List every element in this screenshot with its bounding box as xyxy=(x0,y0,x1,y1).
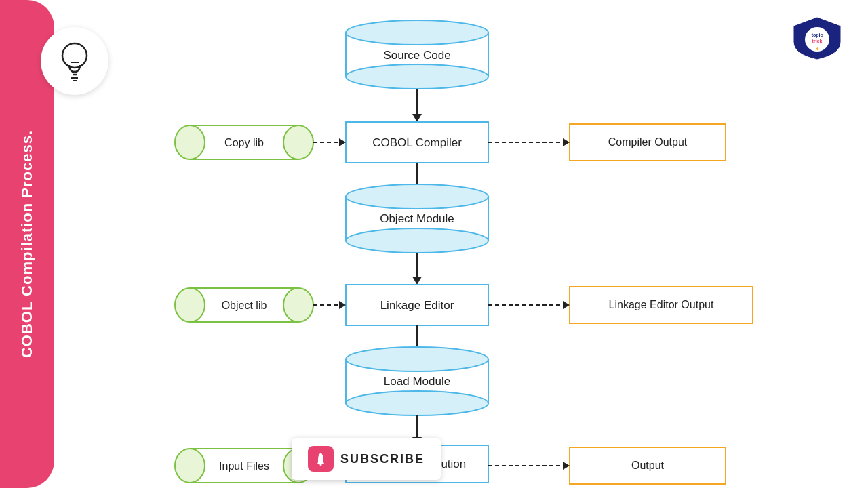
subscribe-button[interactable]: SUBSCRIBE xyxy=(292,438,441,480)
svg-point-29 xyxy=(346,391,488,415)
svg-marker-15 xyxy=(412,114,422,122)
bulb-icon-circle xyxy=(41,27,108,95)
diagram: Source Code COBOL Compiler Object Module… xyxy=(122,0,841,488)
svg-marker-53 xyxy=(563,301,570,309)
object-lib-label: Object lib xyxy=(222,300,267,311)
svg-point-0 xyxy=(62,43,87,68)
svg-point-28 xyxy=(346,347,488,371)
linkage-editor-label: Linkage Editor xyxy=(380,299,454,312)
bell-icon xyxy=(308,446,334,472)
svg-point-21 xyxy=(346,228,488,253)
svg-marker-42 xyxy=(339,301,346,309)
svg-marker-56 xyxy=(563,462,570,470)
compiler-output-label: Compiler Output xyxy=(608,136,688,148)
subscribe-label: SUBSCRIBE xyxy=(340,452,425,466)
svg-marker-37 xyxy=(339,138,346,146)
sidebar-label: COBOL Compilation Process. xyxy=(18,130,36,358)
svg-point-13 xyxy=(346,64,488,89)
bulb-icon xyxy=(54,39,95,83)
svg-point-40 xyxy=(283,288,313,322)
output-label: Output xyxy=(631,460,665,471)
linkage-editor-output-label: Linkage Editor Output xyxy=(609,299,714,310)
source-code-label: Source Code xyxy=(383,49,450,62)
svg-marker-23 xyxy=(412,277,422,285)
svg-point-39 xyxy=(175,288,205,322)
svg-point-35 xyxy=(283,125,313,159)
svg-point-20 xyxy=(346,184,488,209)
svg-marker-50 xyxy=(563,138,570,146)
object-module-label: Object Module xyxy=(380,212,454,225)
input-files-label: Input Files xyxy=(219,460,269,472)
svg-point-12 xyxy=(346,20,488,45)
svg-point-57 xyxy=(320,464,322,466)
copy-lib-label: Copy lib xyxy=(224,137,264,148)
cobol-compiler-label: COBOL Compiler xyxy=(372,136,462,149)
load-module-label: Load Module xyxy=(384,375,450,388)
svg-point-34 xyxy=(175,125,205,159)
svg-point-44 xyxy=(175,449,205,483)
